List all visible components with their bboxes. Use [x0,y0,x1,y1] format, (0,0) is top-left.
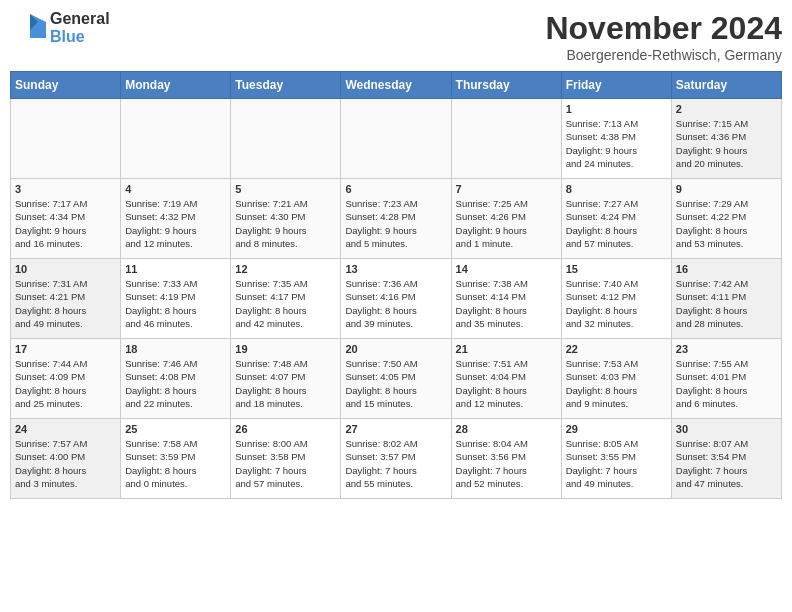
day-number: 16 [676,263,777,275]
day-info: Sunrise: 7:13 AM Sunset: 4:38 PM Dayligh… [566,117,667,170]
calendar-cell: 4Sunrise: 7:19 AM Sunset: 4:32 PM Daylig… [121,179,231,259]
day-info: Sunrise: 7:40 AM Sunset: 4:12 PM Dayligh… [566,277,667,330]
calendar-cell: 28Sunrise: 8:04 AM Sunset: 3:56 PM Dayli… [451,419,561,499]
day-info: Sunrise: 8:04 AM Sunset: 3:56 PM Dayligh… [456,437,557,490]
day-info: Sunrise: 7:53 AM Sunset: 4:03 PM Dayligh… [566,357,667,410]
day-number: 22 [566,343,667,355]
day-info: Sunrise: 7:55 AM Sunset: 4:01 PM Dayligh… [676,357,777,410]
logo: General Blue [10,10,110,46]
calendar-cell: 25Sunrise: 7:58 AM Sunset: 3:59 PM Dayli… [121,419,231,499]
day-info: Sunrise: 7:25 AM Sunset: 4:26 PM Dayligh… [456,197,557,250]
day-number: 20 [345,343,446,355]
header-saturday: Saturday [671,72,781,99]
day-info: Sunrise: 7:57 AM Sunset: 4:00 PM Dayligh… [15,437,116,490]
logo-general-text: General [50,10,110,28]
calendar-cell: 3Sunrise: 7:17 AM Sunset: 4:34 PM Daylig… [11,179,121,259]
header-row: SundayMondayTuesdayWednesdayThursdayFrid… [11,72,782,99]
day-number: 28 [456,423,557,435]
calendar-table: SundayMondayTuesdayWednesdayThursdayFrid… [10,71,782,499]
calendar-cell: 20Sunrise: 7:50 AM Sunset: 4:05 PM Dayli… [341,339,451,419]
calendar-cell: 19Sunrise: 7:48 AM Sunset: 4:07 PM Dayli… [231,339,341,419]
day-number: 24 [15,423,116,435]
title-area: November 2024 Boergerende-Rethwisch, Ger… [545,10,782,63]
day-info: Sunrise: 7:29 AM Sunset: 4:22 PM Dayligh… [676,197,777,250]
day-number: 21 [456,343,557,355]
calendar-cell: 7Sunrise: 7:25 AM Sunset: 4:26 PM Daylig… [451,179,561,259]
week-row-3: 10Sunrise: 7:31 AM Sunset: 4:21 PM Dayli… [11,259,782,339]
week-row-1: 1Sunrise: 7:13 AM Sunset: 4:38 PM Daylig… [11,99,782,179]
week-row-2: 3Sunrise: 7:17 AM Sunset: 4:34 PM Daylig… [11,179,782,259]
month-title: November 2024 [545,10,782,47]
day-info: Sunrise: 7:35 AM Sunset: 4:17 PM Dayligh… [235,277,336,330]
day-number: 25 [125,423,226,435]
calendar-cell: 24Sunrise: 7:57 AM Sunset: 4:00 PM Dayli… [11,419,121,499]
calendar-cell: 16Sunrise: 7:42 AM Sunset: 4:11 PM Dayli… [671,259,781,339]
day-info: Sunrise: 7:21 AM Sunset: 4:30 PM Dayligh… [235,197,336,250]
day-number: 30 [676,423,777,435]
calendar-cell: 12Sunrise: 7:35 AM Sunset: 4:17 PM Dayli… [231,259,341,339]
day-number: 9 [676,183,777,195]
day-info: Sunrise: 7:27 AM Sunset: 4:24 PM Dayligh… [566,197,667,250]
day-info: Sunrise: 7:19 AM Sunset: 4:32 PM Dayligh… [125,197,226,250]
calendar-cell: 13Sunrise: 7:36 AM Sunset: 4:16 PM Dayli… [341,259,451,339]
header-wednesday: Wednesday [341,72,451,99]
week-row-4: 17Sunrise: 7:44 AM Sunset: 4:09 PM Dayli… [11,339,782,419]
calendar-cell: 8Sunrise: 7:27 AM Sunset: 4:24 PM Daylig… [561,179,671,259]
calendar-cell: 6Sunrise: 7:23 AM Sunset: 4:28 PM Daylig… [341,179,451,259]
day-number: 12 [235,263,336,275]
day-info: Sunrise: 8:02 AM Sunset: 3:57 PM Dayligh… [345,437,446,490]
day-info: Sunrise: 7:15 AM Sunset: 4:36 PM Dayligh… [676,117,777,170]
day-info: Sunrise: 8:07 AM Sunset: 3:54 PM Dayligh… [676,437,777,490]
day-number: 17 [15,343,116,355]
day-info: Sunrise: 7:50 AM Sunset: 4:05 PM Dayligh… [345,357,446,410]
day-number: 14 [456,263,557,275]
day-number: 5 [235,183,336,195]
day-number: 6 [345,183,446,195]
logo-text: General Blue [50,10,110,45]
calendar-cell: 5Sunrise: 7:21 AM Sunset: 4:30 PM Daylig… [231,179,341,259]
header-sunday: Sunday [11,72,121,99]
day-number: 1 [566,103,667,115]
calendar-cell: 26Sunrise: 8:00 AM Sunset: 3:58 PM Dayli… [231,419,341,499]
day-number: 3 [15,183,116,195]
day-number: 26 [235,423,336,435]
day-number: 13 [345,263,446,275]
day-number: 27 [345,423,446,435]
day-number: 10 [15,263,116,275]
logo-icon [10,10,46,46]
header-monday: Monday [121,72,231,99]
calendar-cell: 17Sunrise: 7:44 AM Sunset: 4:09 PM Dayli… [11,339,121,419]
day-number: 19 [235,343,336,355]
logo-blue-text: Blue [50,28,110,46]
day-info: Sunrise: 7:38 AM Sunset: 4:14 PM Dayligh… [456,277,557,330]
day-number: 29 [566,423,667,435]
day-info: Sunrise: 8:00 AM Sunset: 3:58 PM Dayligh… [235,437,336,490]
day-info: Sunrise: 7:48 AM Sunset: 4:07 PM Dayligh… [235,357,336,410]
day-number: 8 [566,183,667,195]
calendar-cell [341,99,451,179]
calendar-cell: 15Sunrise: 7:40 AM Sunset: 4:12 PM Dayli… [561,259,671,339]
header-thursday: Thursday [451,72,561,99]
calendar-cell: 21Sunrise: 7:51 AM Sunset: 4:04 PM Dayli… [451,339,561,419]
day-info: Sunrise: 7:44 AM Sunset: 4:09 PM Dayligh… [15,357,116,410]
calendar-cell [121,99,231,179]
day-info: Sunrise: 7:33 AM Sunset: 4:19 PM Dayligh… [125,277,226,330]
calendar-cell [231,99,341,179]
calendar-cell: 23Sunrise: 7:55 AM Sunset: 4:01 PM Dayli… [671,339,781,419]
calendar-cell: 22Sunrise: 7:53 AM Sunset: 4:03 PM Dayli… [561,339,671,419]
day-number: 15 [566,263,667,275]
location-title: Boergerende-Rethwisch, Germany [545,47,782,63]
day-number: 4 [125,183,226,195]
day-info: Sunrise: 7:51 AM Sunset: 4:04 PM Dayligh… [456,357,557,410]
calendar-cell: 10Sunrise: 7:31 AM Sunset: 4:21 PM Dayli… [11,259,121,339]
day-info: Sunrise: 7:17 AM Sunset: 4:34 PM Dayligh… [15,197,116,250]
day-info: Sunrise: 7:46 AM Sunset: 4:08 PM Dayligh… [125,357,226,410]
week-row-5: 24Sunrise: 7:57 AM Sunset: 4:00 PM Dayli… [11,419,782,499]
calendar-cell: 14Sunrise: 7:38 AM Sunset: 4:14 PM Dayli… [451,259,561,339]
header: General Blue November 2024 Boergerende-R… [10,10,782,63]
header-friday: Friday [561,72,671,99]
calendar-cell: 30Sunrise: 8:07 AM Sunset: 3:54 PM Dayli… [671,419,781,499]
calendar-cell: 11Sunrise: 7:33 AM Sunset: 4:19 PM Dayli… [121,259,231,339]
calendar-cell [451,99,561,179]
calendar-cell: 29Sunrise: 8:05 AM Sunset: 3:55 PM Dayli… [561,419,671,499]
